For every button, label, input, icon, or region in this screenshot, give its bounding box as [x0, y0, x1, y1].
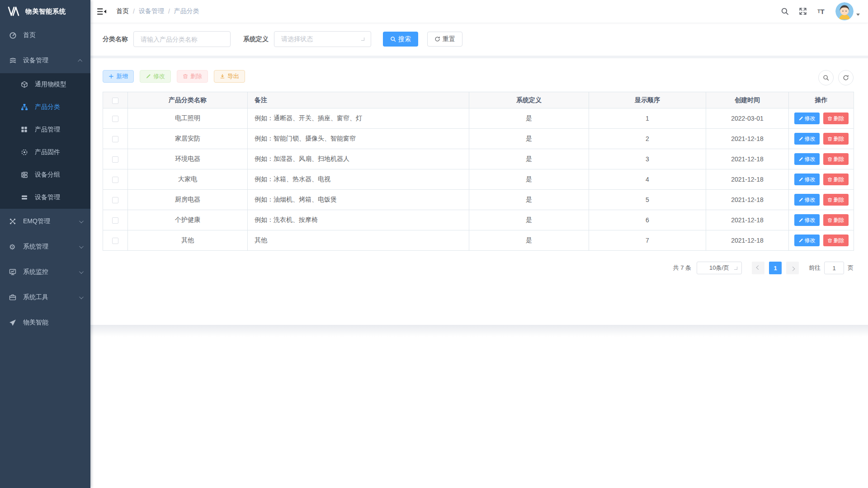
row-edit-button[interactable]: 修改 — [794, 214, 820, 226]
cell-order: 4 — [589, 169, 706, 190]
search-button[interactable]: 搜索 — [383, 32, 418, 47]
sidebar-item-home[interactable]: 首页 — [0, 23, 90, 48]
sidebar-item-thing-model[interactable]: 通用物模型 — [0, 73, 90, 96]
row-delete-button[interactable]: 删除 — [823, 235, 849, 246]
dashboard-icon — [9, 32, 17, 39]
page-number-button[interactable]: 1 — [769, 262, 782, 274]
row-edit-button[interactable]: 修改 — [794, 235, 820, 246]
cell-name: 大家电 — [128, 169, 248, 190]
table-row[interactable]: 其他 其他 是 7 2021-12-18 修改删除 — [103, 230, 854, 251]
row-edit-label: 修改 — [805, 115, 816, 122]
refresh-icon[interactable] — [838, 70, 854, 85]
table-row[interactable]: 电工照明 例如：通断器、开关、插座、窗帘、灯 是 1 2022-03-01 修改… — [103, 108, 854, 129]
sidebar-item-product-category[interactable]: 产品分类 — [0, 96, 90, 118]
avatar[interactable] — [835, 2, 854, 20]
row-checkbox[interactable] — [112, 217, 118, 224]
app-logo[interactable]: 物美智能系统 — [0, 0, 90, 23]
row-delete-button[interactable]: 删除 — [823, 214, 849, 226]
cell-order: 3 — [589, 149, 706, 169]
delete-button[interactable]: 删除 — [177, 70, 208, 83]
page-size-select[interactable]: 10条/页 — [697, 262, 742, 274]
toggle-search-icon[interactable] — [818, 70, 834, 85]
sidebar-item-label: 通用物模型 — [35, 80, 82, 89]
system-defined-label: 系统定义 — [243, 35, 269, 43]
edit-button[interactable]: 修改 — [140, 70, 171, 83]
row-delete-button[interactable]: 删除 — [823, 113, 849, 124]
next-page-button[interactable] — [786, 262, 799, 274]
add-button[interactable]: 新增 — [103, 70, 134, 83]
row-edit-label: 修改 — [805, 135, 816, 143]
row-delete-button[interactable]: 删除 — [823, 133, 849, 145]
cell-created: 2022-03-01 — [706, 108, 789, 129]
table-row[interactable]: 厨房电器 例如：油烟机、烤箱、电饭煲 是 5 2021-12-18 修改删除 — [103, 190, 854, 210]
system-defined-select-placeholder: 请选择状态 — [281, 35, 313, 43]
row-edit-button[interactable]: 修改 — [794, 194, 820, 206]
reset-button[interactable]: 重置 — [427, 32, 462, 47]
sidebar-item-label: 产品分类 — [35, 103, 82, 111]
goto-page-input[interactable] — [824, 262, 844, 274]
table-toolbar: 新增 修改 删除 导出 — [103, 70, 854, 85]
row-checkbox[interactable] — [112, 116, 118, 122]
row-edit-button[interactable]: 修改 — [794, 174, 820, 185]
row-edit-button[interactable]: 修改 — [794, 133, 820, 145]
row-checkbox[interactable] — [112, 156, 118, 163]
sidebar-item-emq[interactable]: EMQ管理 — [0, 209, 90, 234]
font-size-icon[interactable]: TT — [814, 2, 828, 20]
row-checkbox[interactable] — [112, 136, 118, 142]
search-icon[interactable] — [778, 2, 792, 20]
cell-remark: 其他 — [248, 230, 469, 251]
logo-mark-icon — [7, 6, 21, 16]
user-menu[interactable] — [835, 2, 860, 20]
table-row[interactable]: 个护健康 例如：洗衣机、按摩椅 是 6 2021-12-18 修改删除 — [103, 210, 854, 230]
grid-icon — [21, 126, 28, 134]
table-row[interactable]: 大家电 例如：冰箱、热水器、电视 是 4 2021-12-18 修改删除 — [103, 169, 854, 190]
sidebar-item-device-group[interactable]: 设备分组 — [0, 164, 90, 186]
reset-button-label: 重置 — [443, 35, 455, 43]
system-defined-select[interactable]: 请选择状态 — [274, 31, 371, 47]
table-row[interactable]: 环境电器 例如：加湿器、风扇、扫地机器人 是 3 2021-12-18 修改删除 — [103, 149, 854, 169]
row-edit-button[interactable]: 修改 — [794, 113, 820, 124]
sidebar-item-device-management[interactable]: 设备管理 — [0, 48, 90, 73]
device-management-icon — [9, 57, 17, 65]
chevron-down-icon — [734, 267, 737, 270]
sidebar-item-system-management[interactable]: ⚙ 系统管理 — [0, 234, 90, 259]
sidebar-item-wumei-smart[interactable]: 物美智能 — [0, 310, 90, 335]
breadcrumb-home[interactable]: 首页 — [116, 7, 129, 15]
select-all-checkbox[interactable] — [112, 98, 118, 104]
sidebar-item-device-list[interactable]: 设备管理 — [0, 186, 90, 209]
sidebar-toggle-icon[interactable] — [97, 8, 106, 15]
edit-button-label: 修改 — [153, 72, 165, 80]
fullscreen-icon[interactable] — [796, 2, 810, 20]
row-checkbox[interactable] — [112, 197, 118, 203]
cell-sysdef: 是 — [469, 190, 589, 210]
category-name-input[interactable] — [133, 31, 231, 47]
row-delete-button[interactable]: 删除 — [823, 194, 849, 206]
row-edit-button[interactable]: 修改 — [794, 153, 820, 165]
row-delete-button[interactable]: 删除 — [823, 174, 849, 185]
row-checkbox[interactable] — [112, 177, 118, 183]
cube-icon — [21, 81, 28, 89]
sidebar-item-system-monitor[interactable]: 系统监控 — [0, 259, 90, 285]
main-area: 首页 / 设备管理 / 产品分类 TT 分类名称 系统定义 — [90, 0, 868, 337]
table-row[interactable]: 家居安防 例如：智能门锁、摄像头、智能窗帘 是 2 2021-12-18 修改删… — [103, 129, 854, 149]
pagination-total: 共 7 条 — [673, 264, 691, 272]
row-edit-label: 修改 — [805, 196, 816, 204]
export-button[interactable]: 导出 — [214, 70, 245, 83]
cell-order: 1 — [589, 108, 706, 129]
cell-order: 2 — [589, 129, 706, 149]
emq-icon — [9, 218, 17, 225]
sidebar-item-product-firmware[interactable]: 产品固件 — [0, 141, 90, 164]
cell-sysdef: 是 — [469, 169, 589, 190]
prev-page-button[interactable] — [752, 262, 764, 274]
sidebar-item-product-management[interactable]: 产品管理 — [0, 118, 90, 141]
content-card-shadow — [90, 325, 868, 337]
cell-created: 2021-12-18 — [706, 149, 789, 169]
cell-remark: 例如：加湿器、风扇、扫地机器人 — [248, 149, 469, 169]
row-delete-button[interactable]: 删除 — [823, 153, 849, 165]
content-card: 新增 修改 删除 导出 — [90, 58, 868, 325]
row-checkbox[interactable] — [112, 238, 118, 244]
column-header-action: 操作 — [789, 92, 854, 108]
sidebar-item-system-tools[interactable]: 系统工具 — [0, 285, 90, 310]
cell-sysdef: 是 — [469, 230, 589, 251]
sidebar-menu: 首页 设备管理 通用物模型 产品分类 — [0, 23, 90, 335]
